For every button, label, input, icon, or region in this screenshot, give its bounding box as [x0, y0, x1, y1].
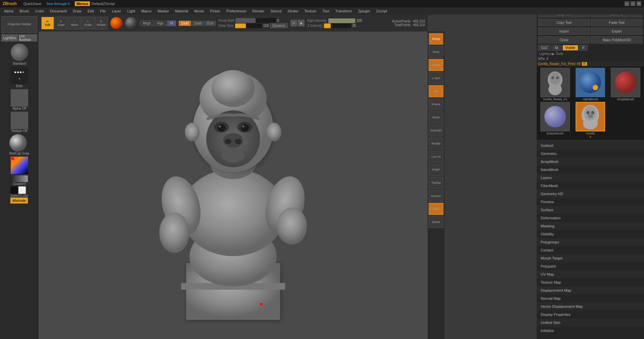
texture-preview-thumbnail[interactable] [11, 112, 28, 129]
material-sphere-gray[interactable] [125, 17, 137, 29]
menu-tool[interactable]: Tool [320, 8, 332, 14]
goz-btn[interactable]: GoZ [538, 45, 550, 51]
rt-btn-frame[interactable]: Frame [429, 98, 443, 110]
layers-item[interactable]: Layers [537, 174, 644, 182]
color-picker[interactable] [11, 157, 28, 174]
menus-btn[interactable]: Menus [75, 1, 90, 6]
zsub-btn[interactable]: Zsub [192, 21, 204, 26]
menu-movie[interactable]: Movie [192, 8, 207, 14]
quicksave-btn[interactable]: QuickSave [23, 2, 41, 6]
unified-skin-item[interactable]: Unified Skin [537, 319, 644, 327]
displacement-map-item[interactable]: Displacement Map [537, 286, 644, 294]
copy-tool-btn[interactable]: Copy Tool [538, 19, 590, 26]
stroke-preview-thumbnail[interactable] [11, 67, 28, 84]
seethrough-btn[interactable]: See-through 0 [46, 2, 70, 6]
visibility-item[interactable]: Visibility [537, 230, 644, 238]
menu-picker[interactable]: Picker [207, 8, 223, 14]
tool-item-alphabrush[interactable]: AlphaBrush [573, 68, 607, 101]
dynamic-btn[interactable]: Dynamic [270, 23, 288, 28]
tool-item-gorilla-ready[interactable]: Gorilla_Ready_Fo [538, 68, 572, 101]
morph-target-item[interactable]: Morph Target [537, 254, 644, 262]
close-btn[interactable]: ✕ [637, 1, 641, 6]
rt-btn-xyz[interactable]: Xyz [429, 85, 443, 97]
texture-map-item[interactable]: Texture Map [537, 278, 644, 286]
zadd-btn[interactable]: Zadd [179, 21, 191, 26]
m-btn[interactable]: M [167, 20, 176, 26]
make-polymesh3d-btn[interactable]: Make PolyMesh3D [591, 36, 643, 44]
brush-preview-thumbnail[interactable] [11, 44, 28, 61]
polygroups-item[interactable]: Polygroups [537, 238, 644, 246]
paste-tool-btn[interactable]: Paste Tool [591, 19, 643, 26]
contact-item[interactable]: Contact [537, 246, 644, 254]
draw-size-slider[interactable] [235, 23, 262, 28]
display-properties-item[interactable]: Display Properties [537, 310, 644, 319]
preview-item[interactable]: Preview [537, 198, 644, 206]
deformation-item[interactable]: Deformation [537, 214, 644, 222]
rt-btn-zpose[interactable]: Zpose [429, 216, 443, 228]
clone-btn[interactable]: Clone [538, 36, 590, 44]
grid-icon[interactable]: ▦ [298, 20, 305, 26]
rotate-btn[interactable]: ↻ Rotate [95, 17, 108, 30]
menu-zscript[interactable]: Zscript [373, 8, 390, 14]
projection-master-btn[interactable]: Projection Master [1, 16, 37, 33]
swatch-black[interactable] [10, 186, 18, 194]
menu-marker[interactable]: Marker [155, 8, 172, 14]
rt-btn-persp[interactable]: Persp [429, 33, 443, 45]
menu-brush[interactable]: Brush [17, 8, 32, 14]
menu-file[interactable]: File [97, 8, 109, 14]
menu-alpha[interactable]: Alpha [1, 8, 16, 14]
minimize-btn[interactable]: ─ [625, 1, 629, 6]
gradient-preview[interactable] [10, 175, 28, 182]
rt-btn-lsym[interactable]: L.Sym [429, 72, 443, 84]
rt-btn-local[interactable]: Local [429, 59, 443, 71]
menu-light[interactable]: Light [124, 8, 138, 14]
live-boolean-btn[interactable]: Live Boolean [19, 34, 37, 42]
fibermesh-item[interactable]: FiberMesh [537, 182, 644, 190]
geometry-item[interactable]: Geometry [537, 150, 644, 158]
visible-btn[interactable]: Visible [562, 45, 578, 51]
menu-draw[interactable]: Draw [70, 8, 84, 14]
menu-transform[interactable]: Transform [332, 8, 355, 14]
focal-shift-slider[interactable] [235, 18, 276, 23]
r-btn[interactable]: R [579, 45, 588, 51]
rt-btn-polyf[interactable]: PolyF [429, 164, 443, 176]
alpha-preview-thumbnail[interactable] [11, 89, 28, 107]
polypaint-item[interactable]: Polypaint [537, 262, 644, 270]
menu-render[interactable]: Render [250, 8, 267, 14]
maximize-btn[interactable]: □ [631, 1, 635, 6]
menu-color[interactable]: Color [33, 8, 47, 14]
menu-zplugin[interactable]: Zplugin [355, 8, 373, 14]
menu-material[interactable]: Material [172, 8, 191, 14]
masking-item[interactable]: Masking [537, 222, 644, 230]
scale-btn[interactable]: ⤡ Scale [82, 17, 94, 30]
menu-preferences[interactable]: Preferences [224, 8, 249, 14]
main-viewport[interactable]: GORILLA [39, 32, 428, 339]
lightbox-tools-breadcrumb[interactable]: Lightbox▶ Tools [537, 51, 644, 56]
material-sphere-orange[interactable] [110, 17, 122, 29]
menu-edit[interactable]: Edit [85, 8, 97, 14]
rt-btn-zoom3d[interactable]: Zoom3D [429, 124, 443, 136]
draw-btn[interactable]: ✒ Draw [55, 17, 67, 30]
nanomesh-item[interactable]: NanoMesh [537, 166, 644, 174]
tool-item-simplebrush[interactable]: SimpleBrush [608, 68, 643, 101]
menu-document[interactable]: Document [47, 8, 69, 14]
move-btn[interactable]: ↔ Move [68, 17, 81, 30]
arraymesh-item[interactable]: ArrayMesh [537, 158, 644, 166]
rt-btn-transp[interactable]: Transp [429, 177, 443, 189]
menu-stencil[interactable]: Stencil [268, 8, 284, 14]
defaultzscript-btn[interactable]: DefaultZScript [92, 2, 115, 6]
menu-texture[interactable]: Texture [302, 8, 319, 14]
surface-item[interactable]: Surface [537, 206, 644, 214]
swatch-white[interactable] [18, 186, 26, 194]
rgb-intensity-slider[interactable] [328, 18, 355, 23]
uv-map-item[interactable]: UV Map [537, 270, 644, 278]
initialize-item[interactable]: Initialize [537, 327, 644, 335]
all-btn[interactable]: All [551, 45, 561, 51]
rt-btn-linefill[interactable]: Line Fill [429, 151, 443, 163]
normal-map-item[interactable]: Normal Map [537, 294, 644, 302]
rgb-btn[interactable]: Rgb [154, 20, 166, 26]
import-btn[interactable]: Import [538, 27, 590, 35]
z-intensity-slider[interactable] [324, 23, 351, 28]
zcut-btn[interactable]: Zcut [205, 21, 216, 26]
edit-btn[interactable]: ✏ Edit [41, 17, 54, 30]
